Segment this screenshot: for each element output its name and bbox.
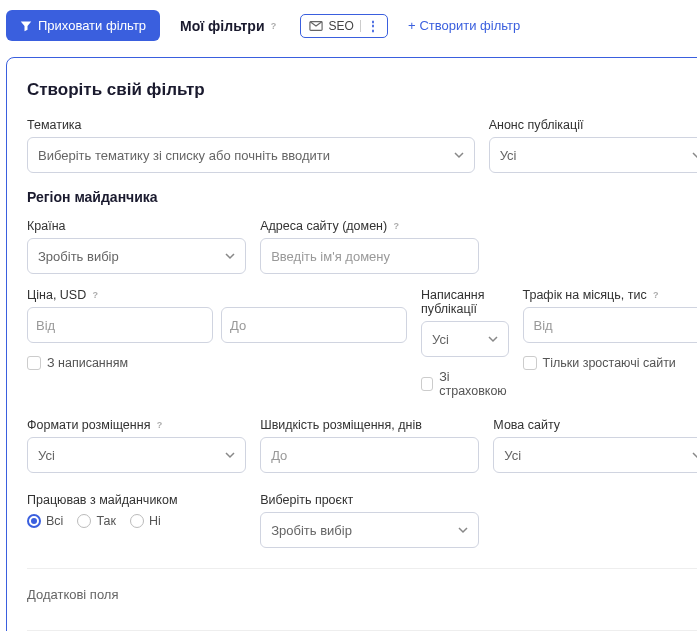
domain-label: Адреса сайту (домен)?: [260, 219, 479, 233]
formats-label: Формати розміщення?: [27, 418, 246, 432]
radio-all[interactable]: Всі: [27, 514, 63, 528]
info-icon: ?: [268, 20, 280, 32]
lang-label: Мова сайту: [493, 418, 697, 432]
price-from-input[interactable]: [27, 307, 213, 343]
project-label: Виберіть проєкт: [260, 493, 479, 507]
mail-icon: [309, 21, 323, 31]
chevron-down-icon: [692, 150, 697, 160]
traffic-from-input[interactable]: [523, 307, 697, 343]
chevron-down-icon: [225, 450, 235, 460]
writing-label: Написання публікації: [421, 288, 509, 316]
hide-filter-label: Приховати фільтр: [38, 18, 146, 33]
writing-select[interactable]: Усі: [421, 321, 509, 357]
filter-panel: Створіть свій фільтр Тематика Виберіть т…: [6, 57, 697, 631]
info-icon: ?: [390, 220, 402, 232]
country-select[interactable]: Зробіть вибір: [27, 238, 246, 274]
announce-select[interactable]: Усі: [489, 137, 697, 173]
create-filter-link[interactable]: + Створити фільтр: [408, 18, 520, 33]
traffic-label: Трафік на місяць, тис?: [523, 288, 697, 302]
formats-select[interactable]: Усі: [27, 437, 246, 473]
info-icon: ?: [89, 289, 101, 301]
growing-only-checkbox[interactable]: Тільки зростаючі сайти: [523, 356, 697, 370]
with-writing-checkbox[interactable]: З написанням: [27, 356, 407, 370]
domain-input[interactable]: [260, 238, 479, 274]
chevron-down-icon: [488, 334, 498, 344]
my-filters-label: Мої фільтри ?: [180, 18, 279, 34]
project-select[interactable]: Зробіть вибір: [260, 512, 479, 548]
worked-label: Працював з майданчиком: [27, 493, 246, 507]
create-filter-label: Створити фільтр: [419, 18, 520, 33]
hide-filter-button[interactable]: Приховати фільтр: [6, 10, 160, 41]
radio-yes[interactable]: Так: [77, 514, 116, 528]
price-label: Ціна, USD?: [27, 288, 407, 302]
chevron-down-icon: [454, 150, 464, 160]
topic-label: Тематика: [27, 118, 475, 132]
panel-title: Створіть свій фільтр: [27, 80, 697, 100]
seo-chip-label: SEO: [329, 19, 354, 33]
funnel-icon: [20, 20, 32, 32]
announce-label: Анонс публікації: [489, 118, 697, 132]
kebab-icon: ⋮: [360, 20, 379, 32]
info-icon: ?: [650, 289, 662, 301]
info-icon: ?: [153, 419, 165, 431]
price-to-input[interactable]: [221, 307, 407, 343]
speed-to-input[interactable]: [260, 437, 479, 473]
speed-label: Швидкість розміщення, днів: [260, 418, 479, 432]
plus-icon: +: [408, 18, 416, 33]
chevron-down-icon: [225, 251, 235, 261]
top-bar: Приховати фільтр Мої фільтри ? SEO ⋮ + С…: [6, 6, 691, 57]
chevron-down-icon: [692, 450, 697, 460]
with-insurance-checkbox[interactable]: Зі страховкою: [421, 370, 509, 398]
region-section-header: Регіон майданчика: [27, 189, 697, 205]
lang-select[interactable]: Усі: [493, 437, 697, 473]
topic-select[interactable]: Виберіть тематику зі списку або почніть …: [27, 137, 475, 173]
chevron-down-icon: [458, 525, 468, 535]
seo-filter-chip[interactable]: SEO ⋮: [300, 14, 388, 38]
radio-no[interactable]: Ні: [130, 514, 161, 528]
additional-accordion[interactable]: Додаткові поля: [27, 568, 697, 610]
country-label: Країна: [27, 219, 246, 233]
